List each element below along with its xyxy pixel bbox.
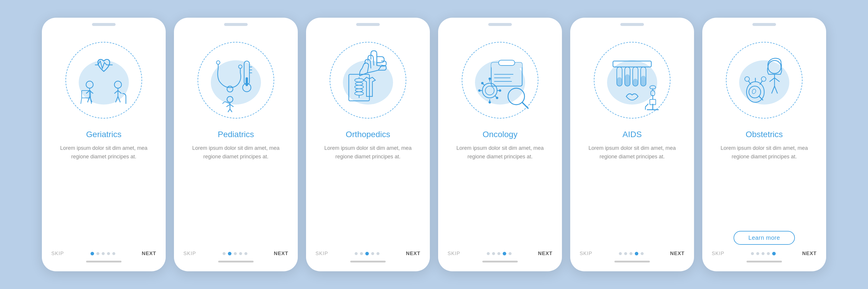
- phone-notch: [92, 23, 116, 26]
- card-geriatrics-title: Geriatrics: [86, 130, 121, 139]
- svg-point-55: [499, 89, 501, 92]
- svg-point-9: [115, 81, 121, 88]
- geriatrics-skip[interactable]: SKIP: [51, 251, 64, 257]
- svg-point-59: [496, 97, 498, 99]
- phone-home-bar-4: [483, 261, 518, 262]
- geriatrics-dots: [91, 252, 115, 255]
- dot-3: [767, 252, 770, 255]
- svg-point-27: [227, 96, 233, 102]
- dot-1: [96, 252, 99, 255]
- card-aids: AIDS Lorem ipsum dolor sit dim amet, mea…: [570, 18, 694, 271]
- phone-notch-6: [752, 23, 776, 26]
- learn-more-button[interactable]: Learn more: [734, 231, 795, 245]
- card-aids-title: AIDS: [622, 130, 642, 139]
- svg-line-83: [775, 78, 780, 82]
- phone-home-bar-2: [218, 261, 253, 262]
- oncology-dots: [487, 252, 512, 255]
- svg-point-26: [239, 65, 242, 68]
- dot-3: [371, 252, 374, 255]
- pediatrics-next[interactable]: NEXT: [274, 251, 288, 257]
- dot-3: [635, 252, 638, 255]
- illustration-pediatrics: [189, 33, 283, 127]
- card-orthopedics-body: Lorem ipsum dolor sit dim amet, mea regi…: [306, 144, 430, 248]
- svg-rect-70: [641, 76, 646, 86]
- phone-notch-3: [356, 23, 380, 26]
- svg-rect-45: [499, 60, 515, 65]
- aids-skip[interactable]: SKIP: [580, 251, 592, 257]
- card-pediatrics-body: Lorem ipsum dolor sit dim amet, mea regi…: [174, 144, 298, 248]
- obstetrics-next[interactable]: NEXT: [802, 251, 817, 257]
- dot-0: [223, 252, 225, 255]
- svg-line-3: [90, 91, 93, 94]
- pediatrics-dots: [223, 252, 247, 255]
- dot-2: [497, 252, 500, 255]
- phone-home-bar-3: [350, 261, 385, 262]
- dot-1: [492, 252, 495, 255]
- card-geriatrics-footer: SKIP NEXT: [42, 248, 166, 257]
- illustration-obstetrics: [717, 33, 811, 127]
- dot-3: [503, 252, 506, 255]
- svg-point-49: [489, 77, 491, 80]
- svg-point-47: [485, 86, 494, 95]
- pediatrics-skip[interactable]: SKIP: [183, 251, 196, 257]
- card-aids-body: Lorem ipsum dolor sit dim amet, mea regi…: [570, 144, 694, 248]
- svg-rect-64: [617, 77, 622, 86]
- svg-point-37: [355, 85, 364, 89]
- dot-1: [228, 252, 231, 255]
- svg-line-84: [772, 86, 775, 94]
- phone-notch-2: [224, 23, 248, 26]
- svg-point-53: [478, 89, 480, 92]
- svg-rect-18: [246, 77, 248, 86]
- svg-point-89: [745, 77, 749, 82]
- svg-point-36: [355, 82, 363, 85]
- orthopedics-next[interactable]: NEXT: [406, 251, 421, 257]
- obstetrics-skip[interactable]: SKIP: [712, 251, 724, 257]
- svg-point-35: [355, 78, 364, 82]
- svg-point-22: [227, 86, 233, 92]
- aids-next[interactable]: NEXT: [670, 251, 685, 257]
- oncology-next[interactable]: NEXT: [538, 251, 553, 257]
- svg-line-14: [118, 96, 120, 102]
- dot-2: [629, 252, 632, 255]
- illustration-aids: [585, 33, 679, 127]
- svg-point-0: [86, 81, 93, 88]
- card-orthopedics: Orthopedics Lorem ipsum dolor sit dim am…: [306, 18, 430, 271]
- dot-4: [508, 252, 512, 255]
- geriatrics-next[interactable]: NEXT: [142, 251, 156, 257]
- oncology-skip[interactable]: SKIP: [447, 251, 460, 257]
- svg-line-13: [116, 96, 118, 102]
- phone-notch-5: [620, 23, 644, 26]
- svg-line-82: [770, 78, 775, 82]
- card-obstetrics-title: Obstetrics: [746, 130, 783, 139]
- svg-line-85: [775, 86, 777, 94]
- card-geriatrics-body: Lorem ipsum dolor sit dim amet, mea regi…: [42, 144, 166, 248]
- orthopedics-dots: [355, 252, 379, 255]
- dot-2: [102, 252, 105, 255]
- phone-home-bar: [86, 261, 121, 262]
- card-oncology: Oncology Lorem ipsum dolor sit dim amet,…: [438, 18, 562, 271]
- dot-4: [641, 252, 644, 255]
- card-geriatrics: Geriatrics Lorem ipsum dolor sit dim ame…: [42, 18, 166, 271]
- svg-line-78: [645, 104, 648, 107]
- dot-4: [112, 252, 115, 255]
- svg-line-30: [230, 104, 234, 107]
- orthopedics-skip[interactable]: SKIP: [315, 251, 328, 257]
- svg-line-61: [522, 102, 528, 108]
- card-orthopedics-footer: SKIP NEXT: [306, 248, 430, 257]
- dot-2: [762, 252, 765, 255]
- card-obstetrics-body: Lorem ipsum dolor sit dim amet, mea regi…: [702, 144, 826, 226]
- svg-point-57: [481, 82, 484, 84]
- svg-point-80: [768, 60, 781, 73]
- dot-1: [756, 252, 759, 255]
- svg-rect-62: [613, 61, 651, 67]
- aids-dots: [619, 252, 644, 255]
- dot-4: [244, 252, 247, 255]
- dot-3: [107, 252, 110, 255]
- obstetrics-dots: [751, 252, 776, 255]
- card-aids-footer: SKIP NEXT: [570, 248, 694, 257]
- svg-point-51: [489, 101, 491, 103]
- card-pediatrics-footer: SKIP NEXT: [174, 248, 298, 257]
- dot-2: [234, 252, 237, 255]
- dot-0: [619, 252, 622, 255]
- svg-line-56: [483, 84, 485, 86]
